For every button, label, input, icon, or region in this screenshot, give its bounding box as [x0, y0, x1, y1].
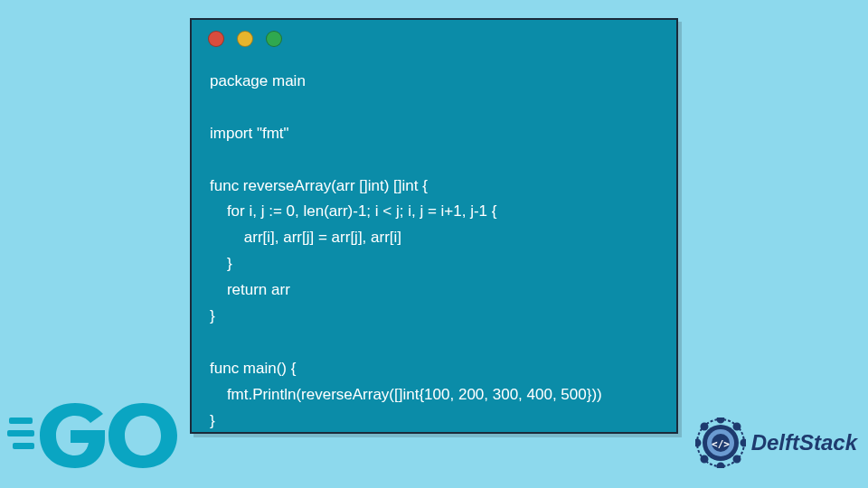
minimize-dot-icon	[237, 31, 253, 47]
svg-point-10	[695, 440, 700, 446]
delftstack-badge-icon: </>	[695, 418, 746, 468]
code-window: package main import "fmt" func reverseAr…	[190, 18, 678, 434]
svg-rect-2	[13, 443, 34, 449]
svg-point-9	[718, 464, 723, 468]
svg-point-14	[702, 456, 707, 462]
close-dot-icon	[208, 31, 224, 47]
window-titlebar	[192, 20, 676, 52]
svg-text:</>: </>	[712, 438, 730, 450]
maximize-dot-icon	[266, 31, 282, 47]
svg-rect-1	[7, 430, 34, 436]
svg-point-8	[718, 418, 723, 422]
svg-point-12	[702, 424, 707, 429]
svg-point-15	[734, 456, 740, 462]
svg-point-11	[741, 440, 746, 446]
code-block: package main import "fmt" func reverseAr…	[192, 52, 676, 452]
delftstack-logo: </> DelftStack	[695, 418, 857, 468]
svg-rect-0	[9, 418, 33, 424]
svg-point-13	[734, 424, 740, 429]
delftstack-label: DelftStack	[751, 430, 857, 455]
go-logo	[7, 399, 188, 472]
